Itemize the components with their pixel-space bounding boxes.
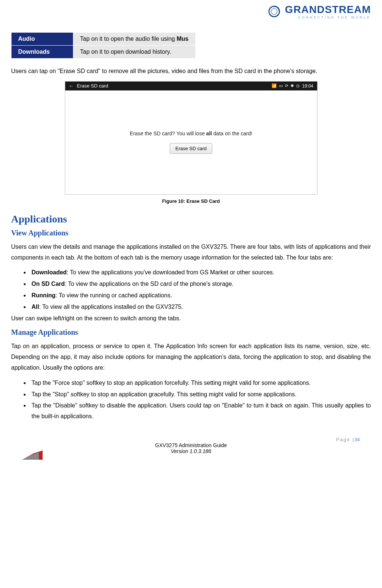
dialog-message: Erase the SD card? You will lose all dat… bbox=[130, 131, 252, 136]
tabs-list: Downloaded: To view the applications you… bbox=[11, 267, 371, 312]
table-row: Downloads Tap on it to open download his… bbox=[11, 46, 196, 59]
list-item: On SD Card: To view the applications on … bbox=[30, 279, 371, 290]
heading-applications: Applications bbox=[11, 213, 371, 225]
app-icon: ▭ bbox=[279, 83, 283, 88]
logo-brand-text: GRANDSTREAM bbox=[285, 4, 371, 16]
table-label-audio: Audio bbox=[11, 33, 73, 46]
back-arrow-icon[interactable]: ← bbox=[69, 83, 74, 89]
heading-manage-applications: Manage Applications bbox=[11, 328, 371, 337]
table-desc-downloads: Tap on it to open download history. bbox=[73, 46, 196, 59]
heading-view-applications: View Applications bbox=[11, 229, 371, 237]
android-status-bar: ← Erase SD card 📶 ▭ ⟳ ✱ ◷ 19:04 bbox=[65, 82, 317, 90]
manage-options-list: Tap the "Force stop" softkey to stop an … bbox=[11, 378, 371, 422]
list-item: Downloaded: To view the applications you… bbox=[30, 267, 371, 278]
bluetooth-icon: ✱ bbox=[290, 83, 294, 88]
clock-icon: ◷ bbox=[296, 83, 300, 88]
intro-paragraph: Users can tap on "Erase SD card" to remo… bbox=[11, 66, 371, 77]
list-item: Running: To view the running or cached a… bbox=[30, 290, 371, 301]
wifi-icon: ⟳ bbox=[285, 83, 288, 88]
table-label-downloads: Downloads bbox=[11, 46, 73, 59]
view-apps-paragraph: Users can view the details and manage th… bbox=[11, 242, 371, 263]
logo-tagline-text: CONNECTING THE WORLD bbox=[285, 16, 371, 19]
list-item: Tap the "Disable" softkey to disable the… bbox=[30, 400, 371, 422]
screenshot-title: Erase SD card bbox=[77, 83, 109, 89]
footer-flag-icon bbox=[22, 447, 43, 460]
svg-marker-3 bbox=[22, 452, 39, 460]
footer-version: Version 1.0.3.186 bbox=[11, 448, 371, 454]
list-item: All: To view all the applications instal… bbox=[30, 302, 371, 313]
grandstream-logo-icon bbox=[267, 4, 282, 19]
svg-point-1 bbox=[271, 9, 277, 14]
status-time: 19:04 bbox=[302, 83, 313, 89]
page-footer: Page |34 GXV3275 Administration Guide Ve… bbox=[11, 437, 371, 454]
feature-table: Audio Tap on it to open the audio file u… bbox=[11, 32, 196, 59]
list-item: Tap the "Stop" softkey to stop an applic… bbox=[30, 389, 371, 400]
footer-guide-title: GXV3275 Administration Guide bbox=[11, 442, 371, 448]
header-logo: GRANDSTREAM CONNECTING THE WORLD bbox=[0, 0, 382, 21]
signal-icon: 📶 bbox=[272, 83, 277, 88]
list-item: Tap the "Force stop" softkey to stop an … bbox=[30, 378, 371, 389]
table-row: Audio Tap on it to open the audio file u… bbox=[11, 33, 196, 46]
figure-caption: Figure 10: Erase SD Card bbox=[11, 198, 371, 204]
manage-apps-paragraph: Tap on an application, process or servic… bbox=[11, 341, 371, 373]
table-desc-audio: Tap on it to open the audio file using M… bbox=[73, 33, 196, 46]
page-number: Page |34 bbox=[11, 437, 371, 442]
embedded-screenshot: ← Erase SD card 📶 ▭ ⟳ ✱ ◷ 19:04 Erase th… bbox=[65, 81, 318, 195]
erase-sd-card-button[interactable]: Erase SD card bbox=[170, 143, 212, 154]
swipe-paragraph: User can swipe left/right on the screen … bbox=[11, 313, 371, 324]
